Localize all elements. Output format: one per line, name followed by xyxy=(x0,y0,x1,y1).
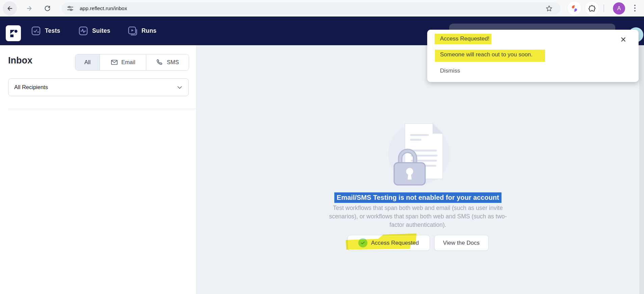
toolbar-separator xyxy=(603,4,604,12)
extensions-button[interactable] xyxy=(585,1,599,16)
check-icon xyxy=(358,238,367,247)
forward-button[interactable] xyxy=(22,1,36,16)
nav-tests-label: Tests xyxy=(45,27,60,34)
main-content: Email/SMS Testing is not enabled for you… xyxy=(197,45,644,294)
reload-icon xyxy=(44,5,51,12)
url-text[interactable]: app.reflect.run/inbox xyxy=(80,5,127,11)
reflect-logo[interactable] xyxy=(6,25,21,41)
kebab-icon xyxy=(634,5,636,6)
nav-tests[interactable]: Tests xyxy=(31,17,60,45)
empty-state-actions: Access Requested View the Docs xyxy=(347,235,489,251)
view-docs-label: View the Docs xyxy=(443,240,480,246)
browser-menu-button[interactable] xyxy=(631,3,639,14)
nav-suites[interactable]: Suites xyxy=(78,17,110,45)
recipient-filter-value: All Recipients xyxy=(14,84,48,90)
checklist-icon xyxy=(31,26,41,36)
page-title: Inbox xyxy=(8,55,32,66)
empty-state-heading: Email/SMS Testing is not enabled for you… xyxy=(334,192,501,203)
tab-email-label: Email xyxy=(121,59,135,65)
pulse-icon xyxy=(78,26,88,36)
browser-profile-avatar[interactable]: A xyxy=(613,2,625,15)
toast-title: Access Requested! xyxy=(440,35,489,42)
inbox-filter-tabs: All Email SMS xyxy=(75,54,189,71)
inbox-sidebar: Inbox All Email SMS All Recipients xyxy=(0,45,197,294)
access-requested-toast: Access Requested! Someone will reach out… xyxy=(427,30,639,82)
sider-logo-icon xyxy=(570,4,578,12)
address-bar[interactable]: app.reflect.run/inbox xyxy=(61,2,561,15)
nav-runs[interactable]: Runs xyxy=(127,17,157,45)
tab-all-label: All xyxy=(84,59,91,65)
back-arrow-icon xyxy=(6,5,14,12)
back-button[interactable] xyxy=(3,1,17,16)
empty-state-description: Test workflows that span both web and em… xyxy=(326,204,510,229)
tab-sms-label: SMS xyxy=(167,59,179,65)
site-settings-icon[interactable] xyxy=(66,4,74,12)
forward-arrow-icon xyxy=(26,5,33,12)
reload-button[interactable] xyxy=(40,1,54,16)
document-lock-illustration xyxy=(383,119,454,186)
access-requested-label: Access Requested xyxy=(371,240,419,246)
chevron-down-icon xyxy=(176,83,184,91)
scrollbar[interactable] xyxy=(639,45,644,294)
puzzle-icon xyxy=(588,4,596,12)
toast-message: Someone will reach out to you soon. xyxy=(440,51,533,58)
nav-runs-label: Runs xyxy=(141,27,157,34)
envelope-icon xyxy=(110,58,118,66)
toast-dismiss-button[interactable]: Dismiss xyxy=(440,68,460,74)
access-requested-button[interactable]: Access Requested xyxy=(347,235,430,251)
tab-email[interactable]: Email xyxy=(100,54,146,70)
heading-selected-text: Email/SMS Testing is not enabled for you… xyxy=(334,192,501,203)
avatar-letter: A xyxy=(617,5,621,11)
phone-icon xyxy=(156,58,164,66)
reflect-logo-icon xyxy=(8,28,19,39)
browser-toolbar: app.reflect.run/inbox A xyxy=(0,0,644,17)
toast-close-icon[interactable]: ✕ xyxy=(618,34,628,46)
tab-all[interactable]: All xyxy=(75,54,100,70)
recipient-filter-dropdown[interactable]: All Recipients xyxy=(8,78,189,96)
view-docs-button[interactable]: View the Docs xyxy=(434,235,489,251)
extension-sider-button[interactable] xyxy=(567,1,582,16)
empty-state: Email/SMS Testing is not enabled for you… xyxy=(197,45,639,294)
tab-sms[interactable]: SMS xyxy=(146,54,189,70)
play-stack-icon xyxy=(127,26,138,36)
nav-suites-label: Suites xyxy=(92,27,110,34)
bookmark-star-icon[interactable] xyxy=(545,4,553,12)
sidebar-divider xyxy=(8,109,196,109)
